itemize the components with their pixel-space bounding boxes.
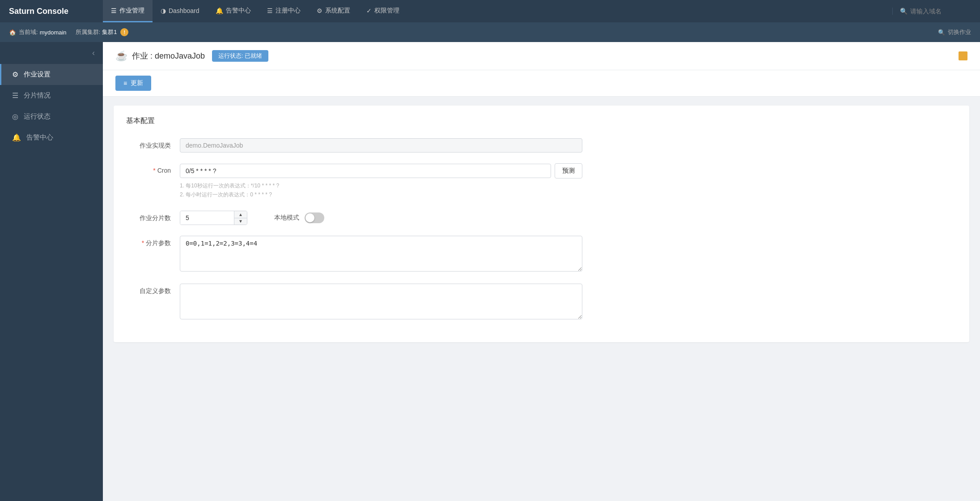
switch-job-label: 切换作业 [948, 28, 971, 36]
sidebar-item-alert-center[interactable]: 🔔 告警中心 [0, 127, 103, 148]
custom-params-row: 自定义参数 [126, 284, 957, 321]
shards-number-input: ▲ ▼ [180, 211, 247, 225]
nav-item-register-center[interactable]: ☰ 注册中心 [259, 0, 309, 22]
nav-item-permission[interactable]: ✓ 权限管理 [358, 0, 407, 22]
nav-label-alert-center: 告警中心 [226, 7, 251, 15]
search-icon: 🔍 [900, 8, 908, 15]
nav-item-job-management[interactable]: ☰ 作业管理 [103, 0, 153, 22]
job-status-badge: 运行状态: 已就绪 [212, 50, 268, 62]
cron-control: 预测 1. 每10秒运行一次的表达式：*/10 * * * * ? 2. 每小时… [180, 163, 582, 200]
shard-params-control: 0=0,1=1,2=2,3=3,4=4 [180, 236, 582, 273]
top-search-area[interactable]: 🔍 [892, 8, 980, 15]
run-status-icon: ◎ [12, 112, 18, 121]
toggle-knob [305, 213, 314, 222]
update-button[interactable]: ≡ 更新 [115, 76, 151, 91]
custom-params-control [180, 284, 582, 321]
nav-label-job-management: 作业管理 [119, 7, 144, 15]
job-class-label: 作业实现类 [126, 138, 180, 150]
update-button-label: 更新 [131, 79, 143, 87]
nav-label-system-config: 系统配置 [325, 7, 350, 15]
cron-input[interactable] [180, 164, 551, 178]
predict-button[interactable]: 预测 [555, 163, 582, 178]
nav-item-system-config[interactable]: ⚙ 系统配置 [309, 0, 358, 22]
sidebar-item-shard-status[interactable]: ☰ 分片情况 [0, 85, 103, 106]
sidebar: ‹ ⚙ 作业设置 ☰ 分片情况 ◎ 运行状态 🔔 告警中心 [0, 42, 103, 501]
sidebar-item-job-settings[interactable]: ⚙ 作业设置 [0, 64, 103, 85]
dashboard-icon: ◑ [161, 7, 166, 14]
info-icon[interactable]: ! [120, 28, 128, 36]
chevron-left-icon: ‹ [92, 48, 95, 58]
nav-item-dashboard[interactable]: ◑ Dashboard [153, 0, 208, 22]
sub-nav-right: 🔍 切换作业 [938, 28, 971, 36]
section-title: 基本配置 [126, 116, 957, 126]
job-header: ☕ 作业 : demoJavaJob 运行状态: 已就绪 [103, 42, 980, 70]
main-content: ☕ 作业 : demoJavaJob 运行状态: 已就绪 ≡ 更新 基本配置 作… [103, 42, 980, 501]
cron-hint-2: 2. 每小时运行一次的表达式：0 * * * * ? [180, 191, 582, 199]
sidebar-label-job-settings: 作业设置 [24, 70, 51, 79]
settings-icon: ⚙ [12, 70, 18, 79]
cluster-label: 所属集群: [76, 28, 101, 36]
nav-label-dashboard: Dashboard [169, 7, 199, 14]
basic-config-card: 基本配置 作业实现类 Cron 预测 [114, 106, 969, 342]
sidebar-label-shard-status: 分片情况 [24, 91, 51, 100]
cluster-name: 集群1 [102, 28, 117, 36]
toolbar: ≡ 更新 [103, 70, 980, 97]
register-center-icon: ☰ [267, 7, 273, 14]
java-job-icon: ☕ [115, 50, 127, 62]
main-layout: ‹ ⚙ 作业设置 ☰ 分片情况 ◎ 运行状态 🔔 告警中心 ☕ 作业 : dem… [0, 42, 980, 501]
sub-nav: 🏠 当前域: mydomain 所属集群: 集群1 ! 🔍 切换作业 [0, 22, 980, 42]
job-title: 作业 : demoJavaJob [132, 51, 205, 61]
brand-text: Saturn Console [9, 7, 68, 16]
domain-search-input[interactable] [910, 8, 973, 15]
sidebar-collapse-button[interactable]: ‹ [0, 42, 103, 64]
alert-icon: 🔔 [12, 133, 21, 142]
shard-params-label: 分片参数 [126, 236, 180, 247]
shard-params-row: 分片参数 0=0,1=1,2=2,3=3,4=4 [126, 236, 957, 273]
sidebar-item-run-status[interactable]: ◎ 运行状态 [0, 106, 103, 127]
number-spinners: ▲ ▼ [234, 211, 247, 225]
nav-label-permission: 权限管理 [374, 7, 399, 15]
cron-hint-1: 1. 每10秒运行一次的表达式：*/10 * * * * ? [180, 182, 582, 190]
shards-input[interactable] [180, 211, 234, 225]
spinner-up-button[interactable]: ▲ [234, 211, 247, 218]
custom-params-label: 自定义参数 [126, 284, 180, 295]
job-class-row: 作业实现类 [126, 138, 957, 153]
top-nav: Saturn Console ☰ 作业管理 ◑ Dashboard 🔔 告警中心… [0, 0, 980, 22]
sidebar-label-alert-center: 告警中心 [26, 133, 53, 142]
switch-job-button[interactable]: 🔍 切换作业 [938, 28, 971, 36]
nav-items: ☰ 作业管理 ◑ Dashboard 🔔 告警中心 ☰ 注册中心 ⚙ 系统配置 … [103, 0, 892, 22]
local-mode-toggle[interactable] [305, 212, 324, 223]
nav-label-register-center: 注册中心 [276, 7, 301, 15]
shards-row: 作业分片数 ▲ ▼ 本地模式 [126, 211, 957, 225]
cron-hints: 1. 每10秒运行一次的表达式：*/10 * * * * ? 2. 每小时运行一… [180, 182, 582, 199]
switch-job-search-icon: 🔍 [938, 29, 945, 36]
cluster-item: 所属集群: 集群1 ! [76, 28, 129, 36]
local-mode-label: 本地模式 [274, 214, 299, 222]
domain-name: mydomain [40, 29, 67, 36]
cron-label: Cron [126, 163, 180, 174]
alert-center-icon: 🔔 [216, 7, 223, 14]
job-class-control [180, 138, 582, 153]
shards-label: 作业分片数 [126, 211, 180, 222]
local-mode-wrap: 本地模式 [274, 212, 324, 223]
brand-logo: Saturn Console [0, 0, 103, 22]
custom-params-input[interactable] [180, 284, 582, 319]
predict-button-label: 预测 [562, 167, 575, 174]
shard-params-input[interactable]: 0=0,1=1,2=2,3=3,4=4 [180, 236, 582, 272]
shards-control: ▲ ▼ 本地模式 [180, 211, 582, 225]
right-indicator [959, 51, 967, 60]
home-icon: 🏠 [9, 29, 16, 36]
shard-icon: ☰ [12, 91, 18, 100]
job-class-input[interactable] [180, 138, 582, 153]
system-config-icon: ⚙ [317, 7, 322, 14]
permission-icon: ✓ [366, 7, 372, 14]
job-management-icon: ☰ [111, 7, 117, 14]
cron-row: Cron 预测 1. 每10秒运行一次的表达式：*/10 * * * * ? 2… [126, 163, 957, 200]
sidebar-label-run-status: 运行状态 [24, 112, 51, 121]
nav-item-alert-center[interactable]: 🔔 告警中心 [208, 0, 259, 22]
current-domain-label: 当前域: [19, 28, 38, 36]
current-domain-item: 🏠 当前域: mydomain [9, 28, 67, 36]
update-icon: ≡ [123, 80, 127, 87]
spinner-down-button[interactable]: ▼ [234, 218, 247, 225]
